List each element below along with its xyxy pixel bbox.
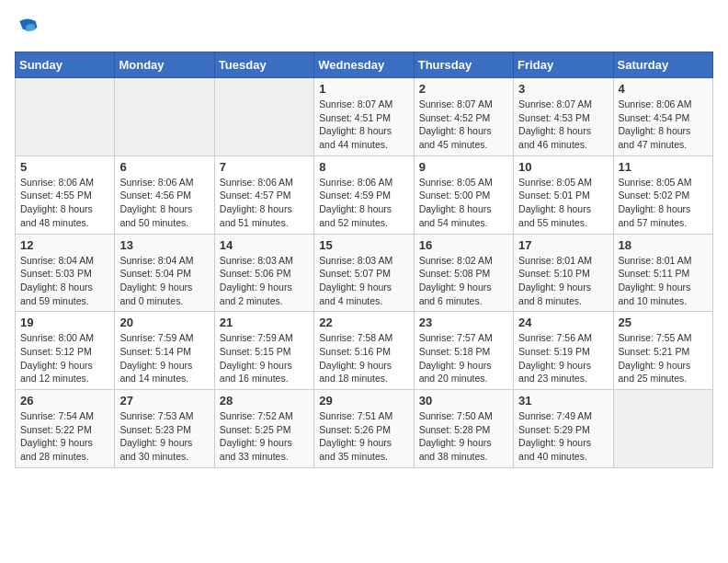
calendar-cell bbox=[214, 78, 313, 156]
calendar-cell: 16Sunrise: 8:02 AM Sunset: 5:08 PM Dayli… bbox=[414, 234, 513, 312]
page-header bbox=[15, 15, 713, 40]
week-row-3: 12Sunrise: 8:04 AM Sunset: 5:03 PM Dayli… bbox=[16, 234, 713, 312]
day-number: 6 bbox=[119, 160, 209, 174]
logo-icon bbox=[15, 15, 40, 40]
calendar-cell: 29Sunrise: 7:51 AM Sunset: 5:26 PM Dayli… bbox=[314, 390, 414, 468]
day-number: 11 bbox=[619, 160, 708, 174]
day-number: 18 bbox=[619, 238, 708, 252]
logo bbox=[15, 15, 44, 40]
calendar-cell bbox=[16, 78, 115, 156]
day-info: Sunrise: 8:07 AM Sunset: 4:53 PM Dayligh… bbox=[518, 98, 608, 152]
calendar-cell: 11Sunrise: 8:05 AM Sunset: 5:02 PM Dayli… bbox=[613, 155, 712, 234]
day-number: 22 bbox=[319, 316, 408, 329]
day-number: 20 bbox=[119, 316, 209, 329]
day-number: 30 bbox=[419, 394, 508, 408]
day-info: Sunrise: 8:03 AM Sunset: 5:07 PM Dayligh… bbox=[319, 254, 408, 308]
day-number: 24 bbox=[518, 316, 608, 329]
day-info: Sunrise: 7:49 AM Sunset: 5:29 PM Dayligh… bbox=[518, 409, 608, 464]
calendar-cell: 17Sunrise: 8:01 AM Sunset: 5:10 PM Dayli… bbox=[514, 234, 613, 312]
day-number: 12 bbox=[20, 238, 109, 252]
day-info: Sunrise: 8:07 AM Sunset: 4:52 PM Dayligh… bbox=[419, 98, 508, 152]
day-header-sunday: Sunday bbox=[16, 52, 115, 78]
day-info: Sunrise: 8:06 AM Sunset: 4:57 PM Dayligh… bbox=[220, 176, 309, 230]
calendar-cell: 31Sunrise: 7:49 AM Sunset: 5:29 PM Dayli… bbox=[514, 390, 613, 468]
day-number: 9 bbox=[419, 160, 508, 174]
day-info: Sunrise: 7:58 AM Sunset: 5:16 PM Dayligh… bbox=[319, 331, 408, 385]
day-info: Sunrise: 7:59 AM Sunset: 5:15 PM Dayligh… bbox=[220, 331, 309, 385]
day-number: 27 bbox=[119, 394, 209, 408]
calendar-cell: 30Sunrise: 7:50 AM Sunset: 5:28 PM Dayli… bbox=[414, 390, 513, 468]
day-number: 31 bbox=[518, 394, 608, 408]
day-info: Sunrise: 8:05 AM Sunset: 5:01 PM Dayligh… bbox=[518, 176, 608, 230]
day-info: Sunrise: 8:06 AM Sunset: 4:55 PM Dayligh… bbox=[20, 176, 109, 230]
calendar-cell: 21Sunrise: 7:59 AM Sunset: 5:15 PM Dayli… bbox=[214, 312, 313, 390]
calendar-cell: 19Sunrise: 8:00 AM Sunset: 5:12 PM Dayli… bbox=[16, 312, 115, 390]
day-number: 10 bbox=[518, 160, 608, 174]
day-number: 23 bbox=[419, 316, 508, 329]
day-info: Sunrise: 8:04 AM Sunset: 5:03 PM Dayligh… bbox=[20, 254, 109, 308]
day-info: Sunrise: 8:06 AM Sunset: 4:54 PM Dayligh… bbox=[619, 98, 708, 152]
day-info: Sunrise: 7:50 AM Sunset: 5:28 PM Dayligh… bbox=[419, 409, 508, 464]
calendar-cell: 20Sunrise: 7:59 AM Sunset: 5:14 PM Dayli… bbox=[115, 312, 214, 390]
day-info: Sunrise: 7:57 AM Sunset: 5:18 PM Dayligh… bbox=[419, 331, 508, 385]
day-number: 15 bbox=[319, 238, 408, 252]
day-info: Sunrise: 8:06 AM Sunset: 4:59 PM Dayligh… bbox=[319, 176, 408, 230]
day-number: 16 bbox=[419, 238, 508, 252]
day-info: Sunrise: 8:04 AM Sunset: 5:04 PM Dayligh… bbox=[119, 254, 209, 308]
week-row-2: 5Sunrise: 8:06 AM Sunset: 4:55 PM Daylig… bbox=[16, 155, 713, 234]
calendar-cell: 24Sunrise: 7:56 AM Sunset: 5:19 PM Dayli… bbox=[514, 312, 613, 390]
day-info: Sunrise: 8:07 AM Sunset: 4:51 PM Dayligh… bbox=[319, 98, 408, 152]
day-number: 14 bbox=[220, 238, 309, 252]
day-info: Sunrise: 8:05 AM Sunset: 5:00 PM Dayligh… bbox=[419, 176, 508, 230]
day-info: Sunrise: 8:00 AM Sunset: 5:12 PM Dayligh… bbox=[20, 331, 109, 385]
day-number: 19 bbox=[20, 316, 109, 329]
calendar-cell: 27Sunrise: 7:53 AM Sunset: 5:23 PM Dayli… bbox=[115, 390, 214, 468]
days-header-row: SundayMondayTuesdayWednesdayThursdayFrid… bbox=[16, 52, 713, 78]
calendar-cell: 23Sunrise: 7:57 AM Sunset: 5:18 PM Dayli… bbox=[414, 312, 513, 390]
day-header-friday: Friday bbox=[514, 52, 613, 78]
day-number: 7 bbox=[220, 160, 309, 174]
calendar-cell: 1Sunrise: 8:07 AM Sunset: 4:51 PM Daylig… bbox=[314, 78, 414, 156]
calendar-cell: 5Sunrise: 8:06 AM Sunset: 4:55 PM Daylig… bbox=[16, 155, 115, 234]
day-number: 8 bbox=[319, 160, 408, 174]
calendar-cell: 9Sunrise: 8:05 AM Sunset: 5:00 PM Daylig… bbox=[414, 155, 513, 234]
day-info: Sunrise: 7:54 AM Sunset: 5:22 PM Dayligh… bbox=[20, 409, 109, 464]
calendar-cell bbox=[115, 78, 214, 156]
calendar-cell: 14Sunrise: 8:03 AM Sunset: 5:06 PM Dayli… bbox=[214, 234, 313, 312]
day-info: Sunrise: 7:53 AM Sunset: 5:23 PM Dayligh… bbox=[119, 409, 209, 464]
day-number: 13 bbox=[119, 238, 209, 252]
calendar-cell: 7Sunrise: 8:06 AM Sunset: 4:57 PM Daylig… bbox=[214, 155, 313, 234]
day-info: Sunrise: 7:52 AM Sunset: 5:25 PM Dayligh… bbox=[220, 409, 309, 464]
day-info: Sunrise: 8:03 AM Sunset: 5:06 PM Dayligh… bbox=[220, 254, 309, 308]
calendar-cell: 4Sunrise: 8:06 AM Sunset: 4:54 PM Daylig… bbox=[613, 78, 712, 156]
day-number: 21 bbox=[220, 316, 309, 329]
day-header-monday: Monday bbox=[115, 52, 214, 78]
calendar-cell: 22Sunrise: 7:58 AM Sunset: 5:16 PM Dayli… bbox=[314, 312, 414, 390]
day-info: Sunrise: 8:01 AM Sunset: 5:11 PM Dayligh… bbox=[619, 254, 708, 308]
day-number: 26 bbox=[20, 394, 109, 408]
day-number: 17 bbox=[518, 238, 608, 252]
day-number: 25 bbox=[619, 316, 708, 329]
calendar-cell: 26Sunrise: 7:54 AM Sunset: 5:22 PM Dayli… bbox=[16, 390, 115, 468]
day-header-wednesday: Wednesday bbox=[314, 52, 414, 78]
day-info: Sunrise: 7:51 AM Sunset: 5:26 PM Dayligh… bbox=[319, 409, 408, 464]
day-header-saturday: Saturday bbox=[613, 52, 712, 78]
calendar-cell: 18Sunrise: 8:01 AM Sunset: 5:11 PM Dayli… bbox=[613, 234, 712, 312]
week-row-5: 26Sunrise: 7:54 AM Sunset: 5:22 PM Dayli… bbox=[16, 390, 713, 468]
calendar-cell: 13Sunrise: 8:04 AM Sunset: 5:04 PM Dayli… bbox=[115, 234, 214, 312]
day-number: 4 bbox=[619, 82, 708, 96]
calendar-cell: 12Sunrise: 8:04 AM Sunset: 5:03 PM Dayli… bbox=[16, 234, 115, 312]
day-info: Sunrise: 7:56 AM Sunset: 5:19 PM Dayligh… bbox=[518, 331, 608, 385]
calendar-cell: 25Sunrise: 7:55 AM Sunset: 5:21 PM Dayli… bbox=[613, 312, 712, 390]
calendar-cell: 28Sunrise: 7:52 AM Sunset: 5:25 PM Dayli… bbox=[214, 390, 313, 468]
calendar-cell: 6Sunrise: 8:06 AM Sunset: 4:56 PM Daylig… bbox=[115, 155, 214, 234]
day-header-tuesday: Tuesday bbox=[214, 52, 313, 78]
week-row-4: 19Sunrise: 8:00 AM Sunset: 5:12 PM Dayli… bbox=[16, 312, 713, 390]
calendar-table: SundayMondayTuesdayWednesdayThursdayFrid… bbox=[15, 52, 713, 468]
day-info: Sunrise: 8:06 AM Sunset: 4:56 PM Dayligh… bbox=[119, 176, 209, 230]
calendar-cell: 3Sunrise: 8:07 AM Sunset: 4:53 PM Daylig… bbox=[514, 78, 613, 156]
day-info: Sunrise: 8:01 AM Sunset: 5:10 PM Dayligh… bbox=[518, 254, 608, 308]
day-number: 2 bbox=[419, 82, 508, 96]
calendar-cell bbox=[613, 390, 712, 468]
calendar-cell: 10Sunrise: 8:05 AM Sunset: 5:01 PM Dayli… bbox=[514, 155, 613, 234]
